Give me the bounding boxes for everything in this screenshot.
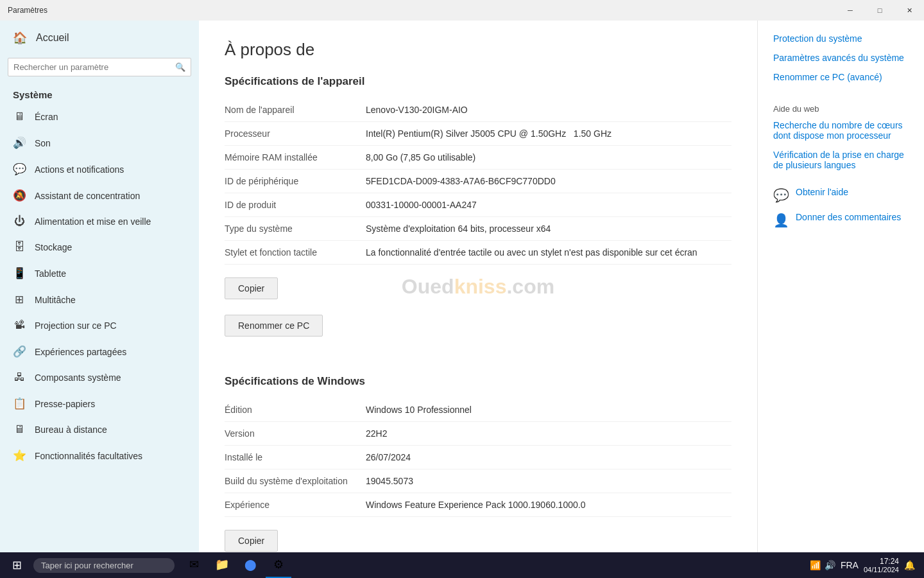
recherche-coeurs-link[interactable]: Recherche du nombre de cœurs dont dispos… xyxy=(773,120,909,141)
page-title: À propos de xyxy=(225,40,732,60)
sidebar-home[interactable]: 🏠 Accueil xyxy=(0,21,199,55)
sidebar-item-actions-notifications[interactable]: 💬 Actions et notifications xyxy=(0,156,199,182)
taskbar-search[interactable]: Taper ici pour rechercher xyxy=(33,558,175,573)
sidebar-item-ecran[interactable]: 🖥 Écran xyxy=(0,104,199,130)
notification-icon[interactable]: 🔔 xyxy=(904,560,915,570)
network-icon[interactable]: 📶 xyxy=(810,560,821,570)
table-row: Installé le 26/07/2024 xyxy=(225,446,732,469)
multitask-icon: ⊞ xyxy=(13,293,26,306)
notifications-icon: 💬 xyxy=(13,162,26,176)
minimize-button[interactable]: ─ xyxy=(835,0,865,21)
aide-section: Aide du web Recherche du nombre de cœurs… xyxy=(773,104,909,170)
spec-label: Édition xyxy=(225,398,366,422)
donner-commentaires-action[interactable]: 👤 Donner des commentaires xyxy=(773,212,909,228)
sidebar-item-label: Bureau à distance xyxy=(35,425,107,435)
window-controls: ─ □ ✕ xyxy=(835,0,924,21)
parametres-avances-link[interactable]: Paramètres avancés du système xyxy=(773,53,909,63)
share-icon: 🔗 xyxy=(13,345,26,358)
sidebar-item-label: Assistant de concentration xyxy=(35,191,140,201)
sidebar-item-fonctionnalites[interactable]: ⭐ Fonctionnalités facultatives xyxy=(0,442,199,469)
obtenir-aide-action[interactable]: 💬 Obtenir l'aide xyxy=(773,187,909,203)
taskbar-chrome-app[interactable]: ⬤ xyxy=(237,552,263,578)
taskbar-clock[interactable]: 17:24 04/11/2024 xyxy=(864,557,899,574)
device-specs-table: Nom de l'appareil Lenovo-V130-20IGM-AIO … xyxy=(225,98,732,265)
mail-icon: ✉ xyxy=(189,557,199,572)
lang-indicator[interactable]: FRA xyxy=(841,560,859,570)
taskbar-settings-app[interactable]: ⚙ xyxy=(266,552,291,578)
sidebar-item-multitache[interactable]: ⊞ Multitâche xyxy=(0,286,199,313)
title-bar: Paramètres ─ □ ✕ xyxy=(0,0,924,21)
spec-label: Expérience xyxy=(225,493,366,517)
sidebar-item-stockage[interactable]: 🗄 Stockage xyxy=(0,234,199,260)
spec-value: Intel(R) Pentium(R) Silver J5005 CPU @ 1… xyxy=(366,122,732,146)
time-display: 17:24 xyxy=(864,557,899,566)
power-icon: ⏻ xyxy=(13,215,26,228)
spec-value: 5FED1CDA-D009-4383-A7A6-B6CF9C770DD0 xyxy=(366,170,732,193)
main-content: Ouedkniss.com À propos de Spécifications… xyxy=(199,21,757,552)
table-row: ID de produit 00331-10000-00001-AA247 xyxy=(225,193,732,217)
renommer-avance-link[interactable]: Renommer ce PC (avancé) xyxy=(773,72,909,82)
sidebar-item-tablette[interactable]: 📱 Tablette xyxy=(0,260,199,286)
start-button[interactable]: ⊞ xyxy=(4,552,30,578)
sidebar-item-label: Stockage xyxy=(35,242,72,252)
volume-icon[interactable]: 🔊 xyxy=(825,560,835,570)
sidebar-item-projection[interactable]: 📽 Projection sur ce PC xyxy=(0,313,199,338)
verification-langues-link[interactable]: Vérification de la prise en charge de pl… xyxy=(773,150,909,170)
sidebar-item-composants[interactable]: 🖧 Composants système xyxy=(0,365,199,390)
sidebar-item-alimentation[interactable]: ⏻ Alimentation et mise en veille xyxy=(0,209,199,234)
taskbar-mail-app[interactable]: ✉ xyxy=(181,552,207,578)
table-row: Nom de l'appareil Lenovo-V130-20IGM-AIO xyxy=(225,98,732,122)
copy-windows-button[interactable]: Copier xyxy=(225,530,278,552)
spec-value: 19045.5073 xyxy=(366,469,732,493)
help-icon: 💬 xyxy=(773,188,789,203)
folder-icon: 📁 xyxy=(215,557,229,572)
table-row: Stylet et fonction tactile La fonctionna… xyxy=(225,241,732,265)
sidebar-item-experiences[interactable]: 🔗 Expériences partagées xyxy=(0,338,199,365)
spec-value: 26/07/2024 xyxy=(366,446,732,469)
protection-link[interactable]: Protection du système xyxy=(773,33,909,44)
sidebar-item-label: Alimentation et mise en veille xyxy=(35,216,151,227)
chrome-icon: ⬤ xyxy=(244,559,256,571)
spec-value: Windows 10 Professionnel xyxy=(366,398,732,422)
sound-icon: 🔊 xyxy=(13,136,26,150)
table-row: Mémoire RAM installée 8,00 Go (7,85 Go u… xyxy=(225,146,732,170)
sidebar-item-presse-papiers[interactable]: 📋 Presse-papiers xyxy=(0,390,199,417)
search-input[interactable] xyxy=(13,62,175,72)
feedback-icon: 👤 xyxy=(773,213,789,228)
copy-device-button[interactable]: Copier xyxy=(225,277,278,299)
obtenir-aide-label[interactable]: Obtenir l'aide xyxy=(796,187,848,197)
table-row: Expérience Windows Feature Experience Pa… xyxy=(225,493,732,517)
close-button[interactable]: ✕ xyxy=(894,0,924,21)
sidebar-item-assistant[interactable]: 🔕 Assistant de concentration xyxy=(0,182,199,209)
search-icon: 🔍 xyxy=(175,62,185,72)
spec-label: ID de périphérique xyxy=(225,170,366,193)
sidebar-item-label: Expériences partagées xyxy=(35,347,126,357)
spec-value: 8,00 Go (7,85 Go utilisable) xyxy=(366,146,732,170)
sidebar-item-son[interactable]: 🔊 Son xyxy=(0,130,199,156)
search-box[interactable]: 🔍 xyxy=(8,58,191,76)
taskbar-explorer-app[interactable]: 📁 xyxy=(209,552,235,578)
table-row: Version 22H2 xyxy=(225,422,732,446)
spec-value: 22H2 xyxy=(366,422,732,446)
rename-pc-button[interactable]: Renommer ce PC xyxy=(225,315,323,337)
spec-value: La fonctionnalité d'entrée tactile ou av… xyxy=(366,241,732,265)
spec-label: Version xyxy=(225,422,366,446)
home-icon: 🏠 xyxy=(13,31,27,45)
maximize-button[interactable]: □ xyxy=(865,0,894,21)
table-row: Édition Windows 10 Professionnel xyxy=(225,398,732,422)
spec-label: Processeur xyxy=(225,122,366,146)
buttons-row: Copier Renommer ce PC xyxy=(225,277,732,356)
table-row: Build du système d'exploitation 19045.50… xyxy=(225,469,732,493)
taskbar-search-placeholder[interactable]: Taper ici pour rechercher xyxy=(41,561,133,570)
right-panel: Protection du système Paramètres avancés… xyxy=(757,21,924,552)
components-icon: 🖧 xyxy=(13,371,26,384)
device-specs-section: Spécifications de l'appareil Nom de l'ap… xyxy=(225,75,732,356)
donner-commentaires-label[interactable]: Donner des commentaires xyxy=(796,212,901,222)
spec-value: Windows Feature Experience Pack 1000.190… xyxy=(366,493,732,517)
window-title: Paramètres xyxy=(8,6,47,15)
windows-specs-section: Spécifications de Windows Édition Window… xyxy=(225,375,732,552)
sidebar-item-bureau-distance[interactable]: 🖥 Bureau à distance xyxy=(0,417,199,442)
clipboard-icon: 📋 xyxy=(13,397,26,410)
spec-label: Nom de l'appareil xyxy=(225,98,366,122)
spec-label: Build du système d'exploitation xyxy=(225,469,366,493)
